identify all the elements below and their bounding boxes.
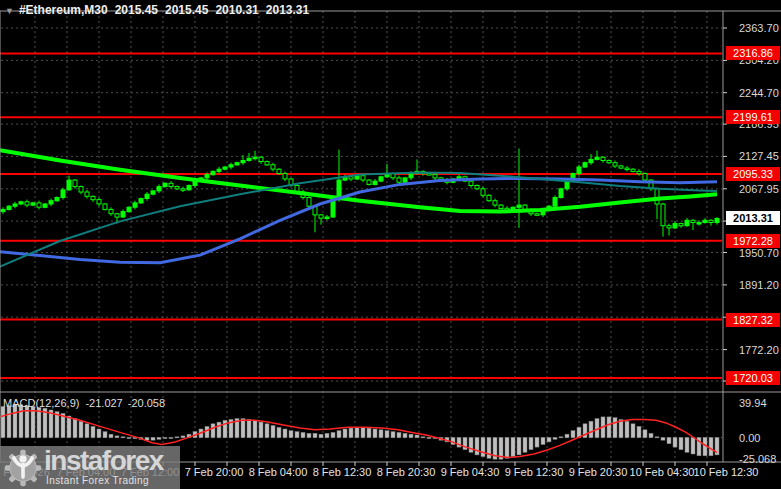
candle-bull — [703, 220, 707, 222]
macd-histogram-bar — [325, 433, 329, 437]
macd-histogram-bar — [385, 431, 389, 438]
candle-bull — [223, 167, 227, 169]
macd-histogram-bar — [319, 434, 323, 438]
macd-histogram-bar — [571, 431, 575, 438]
macd-histogram-bar — [709, 438, 713, 456]
candle-bull — [55, 198, 59, 201]
macd-histogram-bar — [655, 437, 659, 438]
candle-bear — [607, 161, 611, 163]
macd-histogram-bar — [211, 424, 215, 438]
candle-bull — [241, 161, 245, 163]
time-axis-label: 10 Feb 12:30 — [681, 466, 771, 478]
macd-histogram-bar — [157, 438, 161, 440]
macd-histogram-bar — [103, 432, 107, 438]
candle-bull — [685, 220, 689, 225]
candle-bear — [475, 186, 479, 189]
candle-bull — [373, 181, 377, 184]
price-axis-label: 1950.70 — [726, 246, 780, 260]
candle-bull — [145, 194, 149, 198]
candle-bear — [271, 165, 275, 169]
support-resistance-lines — [0, 54, 722, 378]
macd-histogram-bar — [343, 429, 347, 438]
candle-bull — [217, 169, 221, 171]
candle-bull — [151, 191, 155, 194]
macd-histogram-bar — [391, 432, 395, 438]
candle-bull — [577, 167, 581, 174]
candle-bull — [187, 186, 191, 190]
candle-bull — [553, 198, 557, 207]
candle-bull — [583, 163, 587, 167]
macd-histogram-bar — [409, 434, 413, 438]
macd-histogram-bar — [301, 432, 305, 437]
candle-bull — [409, 174, 413, 178]
chevron-down-icon[interactable]: ▼ — [5, 6, 14, 16]
candle-bull — [127, 207, 131, 211]
trading-chart-window: ▼#Ethereum,M302015.452015.452010.312013.… — [0, 0, 781, 489]
candle-bull — [595, 157, 599, 159]
chart-area[interactable] — [0, 0, 781, 489]
macd-histogram-bar — [559, 437, 563, 438]
candle-bull — [565, 181, 569, 189]
candle-bull — [205, 175, 209, 178]
candle-bear — [79, 187, 83, 192]
macd-histogram-bar — [127, 438, 131, 439]
macd-histogram-bar — [289, 431, 293, 438]
macd-histogram-bar — [619, 420, 623, 438]
candle-bull — [67, 180, 71, 190]
macd-histogram-bar — [367, 428, 371, 438]
candle-bull — [715, 219, 719, 223]
macd-histogram-bar — [529, 438, 533, 450]
macd-histogram-bar — [151, 438, 155, 441]
candle-bull — [121, 212, 125, 217]
macd-histogram-bar — [421, 437, 425, 438]
macd-histogram-bar — [121, 437, 125, 438]
macd-histogram-bar — [691, 438, 695, 454]
price-level-label: 1827.32 — [726, 313, 780, 327]
candle-bear — [349, 177, 353, 179]
price-axis-label: 1891.20 — [726, 278, 780, 292]
macd-histogram-bar — [1, 407, 5, 438]
macd-histogram-bar — [397, 432, 401, 437]
macd-histogram-bar — [481, 438, 485, 457]
candle-bear — [631, 169, 635, 171]
macd-histogram-bar — [265, 424, 269, 438]
macd-histogram-bar — [637, 426, 641, 437]
candle-bear — [493, 201, 497, 205]
candle-bear — [25, 202, 29, 205]
candle-bull — [331, 200, 335, 217]
watermark-brand-text: instaforex — [44, 446, 163, 476]
price-axis-label: 1772.20 — [726, 343, 780, 357]
macd-histogram-bar — [7, 406, 11, 438]
price-axis-label: 2244.70 — [726, 86, 780, 100]
macd-histogram-bar — [283, 429, 287, 438]
candle-bull — [379, 177, 383, 181]
macd-scale-label: 39.94 — [739, 397, 781, 410]
candle-bear — [37, 203, 41, 207]
macd-histogram-bar — [547, 438, 551, 442]
macd-signal-value: -20.058 — [128, 397, 165, 409]
candle-bear — [307, 198, 311, 207]
macd-histogram-bar — [403, 433, 407, 437]
candle-bear — [691, 220, 695, 222]
candle-bear — [265, 162, 269, 165]
macd-histogram-bar — [541, 438, 545, 445]
candle-bear — [535, 214, 539, 216]
candle-bull — [247, 158, 251, 160]
candle-bear — [637, 171, 641, 173]
candle-bear — [361, 176, 365, 180]
candle-bull — [517, 205, 521, 207]
macd-scale-label: -25.068 — [739, 453, 781, 466]
candle-bear — [283, 174, 287, 179]
macd-histogram-bar — [91, 426, 95, 437]
candle-bear — [85, 192, 89, 196]
macd-histogram-bar — [427, 438, 431, 439]
macd-histogram-bar — [565, 434, 569, 438]
macd-histogram-bar — [337, 431, 341, 438]
macd-histogram-bar — [241, 419, 245, 438]
candle-bear — [643, 174, 647, 181]
macd-histogram-bar — [475, 438, 479, 455]
grid-lines — [1, 11, 722, 462]
macd-histogram-bar — [259, 422, 263, 438]
candle-bull — [163, 183, 167, 186]
macd-histogram-bar — [277, 427, 281, 437]
